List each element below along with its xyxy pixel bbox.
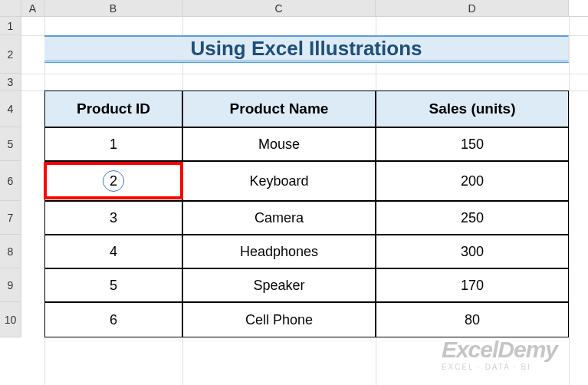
- cell-name[interactable]: Headphones: [182, 235, 376, 268]
- cell-id[interactable]: 4: [44, 235, 182, 268]
- cell-id[interactable]: 1: [44, 127, 182, 161]
- row-header-6[interactable]: 6: [0, 161, 21, 201]
- cell-sales[interactable]: 300: [376, 235, 569, 268]
- row-header-1[interactable]: 1: [0, 17, 21, 35]
- row-header-4[interactable]: 4: [0, 90, 21, 127]
- cell-name[interactable]: Mouse: [182, 127, 376, 161]
- row-header-10[interactable]: 10: [0, 302, 21, 337]
- row-header-2[interactable]: 2: [0, 35, 21, 74]
- col-header-c[interactable]: C: [182, 0, 376, 16]
- row-header-7[interactable]: 7: [0, 201, 21, 235]
- cell-id[interactable]: 5: [44, 268, 182, 302]
- table-row: 3 Camera 250: [44, 201, 569, 235]
- cell-id[interactable]: 2: [44, 161, 182, 201]
- col-header-d[interactable]: D: [376, 0, 569, 16]
- cell-id[interactable]: 6: [44, 302, 182, 337]
- table-row: 2 Keyboard 200: [44, 161, 569, 201]
- row-header-5[interactable]: 5: [0, 127, 21, 161]
- col-header-a[interactable]: A: [21, 0, 44, 16]
- spreadsheet: A B C D 1 2 3 4 5 6 7 8 9 10 Using Excel…: [0, 0, 588, 385]
- cell-id[interactable]: 3: [44, 201, 182, 235]
- cell-sales[interactable]: 150: [376, 127, 569, 161]
- cell-name[interactable]: Camera: [182, 201, 376, 235]
- header-product-id[interactable]: Product ID: [44, 90, 182, 127]
- cell-sales[interactable]: 80: [376, 302, 569, 337]
- grid-area[interactable]: Using Excel Illustrations Product ID Pro…: [21, 17, 588, 385]
- cell-sales[interactable]: 200: [376, 161, 569, 201]
- table-row: 5 Speaker 170: [44, 268, 569, 302]
- header-sales[interactable]: Sales (units): [376, 90, 569, 127]
- table-header-row: Product ID Product Name Sales (units): [44, 90, 569, 127]
- row-header-8[interactable]: 8: [0, 235, 21, 268]
- table-row: 4 Headphones 300: [44, 235, 569, 268]
- select-all-corner[interactable]: [0, 0, 21, 16]
- row-headers: 1 2 3 4 5 6 7 8 9 10: [0, 17, 21, 337]
- cell-name[interactable]: Speaker: [182, 268, 376, 302]
- row-header-3[interactable]: 3: [0, 74, 21, 90]
- row-header-9[interactable]: 9: [0, 268, 21, 302]
- cell-sales[interactable]: 170: [376, 268, 569, 302]
- header-product-name[interactable]: Product Name: [182, 90, 376, 127]
- column-headers: A B C D: [0, 0, 588, 17]
- table-row: 6 Cell Phone 80: [44, 302, 569, 337]
- data-table: Product ID Product Name Sales (units) 1 …: [44, 90, 569, 337]
- cell-sales[interactable]: 250: [376, 201, 569, 235]
- cell-name[interactable]: Cell Phone: [182, 302, 376, 337]
- cell-name[interactable]: Keyboard: [182, 161, 376, 201]
- title-container: Using Excel Illustrations: [44, 35, 569, 63]
- table-row: 1 Mouse 150: [44, 127, 569, 161]
- title-cell[interactable]: Using Excel Illustrations: [44, 35, 569, 63]
- col-header-b[interactable]: B: [44, 0, 182, 16]
